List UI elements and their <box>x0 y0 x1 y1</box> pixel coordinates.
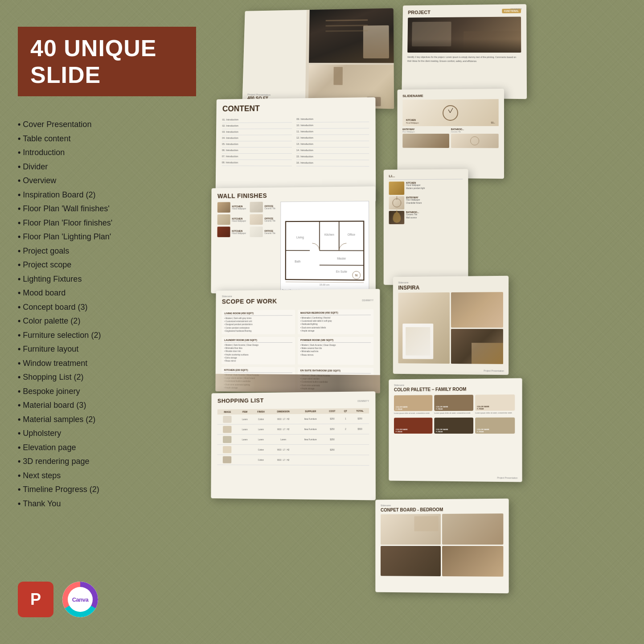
shop-header-finish: FINISH <box>252 409 270 414</box>
list-item: Elevation page <box>18 441 196 455</box>
toc-item: 10. Introduction <box>296 122 369 129</box>
list-item: Cover Presentation <box>18 118 196 132</box>
concept-photo-4 <box>442 546 503 576</box>
left-panel: 40 UNIQUE SLIDE Cover Presentation Table… <box>0 0 214 644</box>
shop-header-cost: COST <box>324 408 340 414</box>
shop-header-qt: QT <box>340 408 351 414</box>
color-slidename: Slidename <box>394 383 517 386</box>
slide-scope: Slidename SCOPE OF WORK DD/MM/YY LIVING … <box>215 289 380 393</box>
scope-title: SCOPE OF WORK <box>222 298 277 305</box>
wall-sample-3 <box>217 214 230 225</box>
svg-text:15.00 cm: 15.00 cm <box>319 283 329 286</box>
toc-item: 04. Introduction <box>222 135 292 141</box>
powerpoint-logo: P <box>18 582 53 617</box>
toc-columns: 01. Introduction 02. Introduction 03. In… <box>222 116 369 167</box>
table-row: Lorem Cotton W10 : L7 : H2 Ikea Furnitur… <box>217 414 369 424</box>
logos-row: P Canva <box>18 582 98 617</box>
canva-logo: Canva <box>62 582 98 617</box>
toc-title: CONTENT <box>222 103 369 113</box>
color-title: COLOR PALETTE – FAMILY ROOM <box>394 386 517 393</box>
list-item: Bespoke joinery <box>18 385 196 399</box>
bathroom-photo <box>451 134 499 148</box>
slide-project: PROJECT FUNCTIONAL Identify 2 key object… <box>402 4 527 99</box>
li-swatch-2 <box>389 196 405 209</box>
table-row: Cotton W10 : L7 : H2 <box>217 455 369 465</box>
inspira-title: INSPIRA <box>398 284 503 291</box>
list-item: Floor Plan 'Lighting Plan' <box>18 230 196 244</box>
cover-photo-top <box>309 8 394 63</box>
wall-sample-5 <box>217 226 230 237</box>
table-row: Lorem Lorem Lorem Ikea Furniture $250 <box>217 434 369 444</box>
list-item: Shopping List (2) <box>18 370 196 385</box>
svg-line-5 <box>320 265 364 266</box>
slidename-label: SLIDENAME <box>402 93 498 98</box>
list-item: Material board (3) <box>18 398 196 413</box>
shopping-date: DD/MM/YY <box>357 399 369 402</box>
li-swatch-1 <box>389 181 405 195</box>
color-swatch-3: COLOR NAMEF-78648 <box>475 394 515 411</box>
list-item: Table content <box>18 132 196 146</box>
shop-img <box>223 436 231 443</box>
slidename-photo1: KITCHENFloral Wallpaper LI... <box>402 99 498 126</box>
toc-item: 12. Introduction <box>296 135 369 141</box>
scope-room-title-2: MASTER BEDROOM (450 SQFT) <box>300 311 371 316</box>
color-swatches: COLOR NAMEF-78648 Lorem ipsum dolor sit … <box>394 394 517 434</box>
wall-content: KITCHEN Floral Wallpaper OFFICE Ceramic … <box>217 201 369 295</box>
svg-text:Kitchen: Kitchen <box>324 233 334 236</box>
svg-text:Office: Office <box>348 233 356 236</box>
shop-img <box>223 446 231 453</box>
li-items: KITCHEN Floral WallpaperModern pendant l… <box>389 181 463 224</box>
svg-line-12 <box>286 282 364 283</box>
wall-title: WALL FINISHES <box>217 191 369 199</box>
list-item: Furniture selection (2) <box>18 328 196 343</box>
inspira-photo-1 <box>398 292 449 364</box>
inspira-photo-2 <box>451 292 503 327</box>
slide-li: LI... KITCHEN Floral WallpaperModern pen… <box>384 169 468 286</box>
wall-samples: KITCHEN Floral Wallpaper OFFICE Ceramic … <box>217 201 277 295</box>
scope-date: DD/MM/YY <box>362 299 373 301</box>
table-row: Lorem Lorem W10 : L7 : H2 Ikea Furniture… <box>217 424 369 435</box>
svg-text:Master: Master <box>337 257 346 260</box>
shop-img <box>223 426 231 433</box>
concept-photo-2 <box>442 513 503 544</box>
list-item: Floor Plan 'Floor finishes' <box>18 216 196 230</box>
color-swatch-1: COLOR NAMEF-78648 <box>394 395 432 411</box>
table-row: Cotton W10 : L7 : H2 $250 <box>217 444 369 455</box>
shopping-title: SHOPPING LIST <box>217 397 264 404</box>
list-item: Window treatment <box>18 357 196 371</box>
shop-header-item: ITEM <box>238 409 252 414</box>
slide-wall: WALL FINISHES KITCHEN Floral Wallpaper O… <box>211 186 376 295</box>
concept-photo-3 <box>381 546 441 576</box>
list-item: Color palette (2) <box>18 314 196 328</box>
shop-img <box>223 415 232 422</box>
list-item: Concept board (3) <box>18 300 196 315</box>
list-item: Divider <box>18 160 196 174</box>
list-item: Furniture layout <box>18 342 196 357</box>
toc-item: 05. Introduction <box>222 141 292 148</box>
inspira-slidename: Slidename <box>398 280 503 284</box>
shop-header-total: TOTAL <box>351 408 369 414</box>
shop-img <box>223 456 231 463</box>
color-footer: Project Presentation <box>497 476 518 479</box>
list-item: Upholstery <box>18 427 196 441</box>
slide-cover: Project Presentation 400 SQ FT <box>242 8 394 109</box>
list-item: Lighting Fixtures <box>18 272 196 287</box>
svg-text:N: N <box>355 273 358 277</box>
toc-item: 16. Introduction <box>296 160 369 167</box>
concept-grid <box>381 513 503 577</box>
slide-toc: Client Name CONTENT 01. Introduction 02.… <box>215 97 376 202</box>
project-date: DD/MM/YY <box>511 8 522 10</box>
list-item: Inspiration Board (2) <box>18 188 196 202</box>
slide-concept: Slidename CONPET BOARD - BEDROOM <box>375 499 509 594</box>
scope-room-title-5: KITCHEN (230 SQFT) <box>224 369 292 373</box>
title-badge: 40 UNIQUE SLIDE <box>18 27 196 96</box>
svg-text:Bath: Bath <box>295 260 301 263</box>
project-photo <box>407 16 521 53</box>
color-swatch-4: COLOR NAMEF-78648 <box>394 418 432 434</box>
slide-shopping: SHOPPING LIST DD/MM/YY IMAGE ITEM FINISH… <box>211 391 376 500</box>
li-swatch-3 <box>389 211 405 224</box>
list-item: Thank You <box>18 497 196 511</box>
scope-room-title-4: POWDER ROOM (180 SQFT) <box>300 339 371 343</box>
toc-item: 07. Introduction <box>222 154 292 160</box>
slides-area: Project Presentation 400 SQ FT <box>205 0 644 644</box>
